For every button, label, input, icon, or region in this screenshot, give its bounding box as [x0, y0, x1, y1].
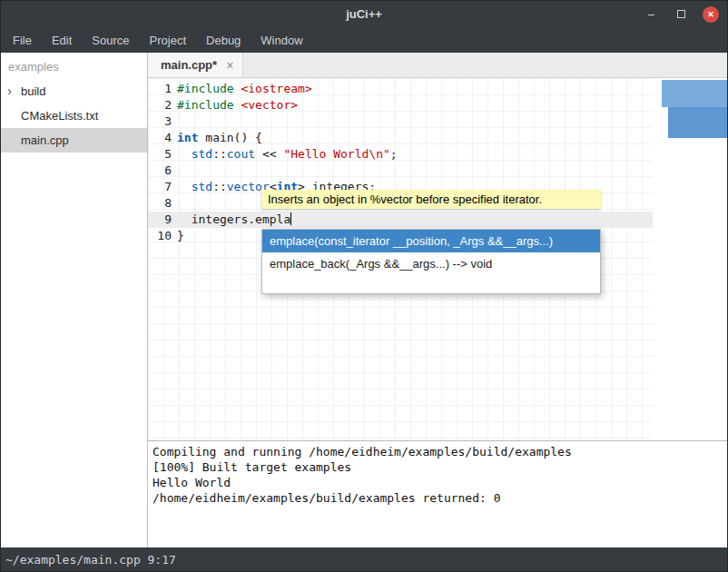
terminal-line: [100%] Built target examples: [152, 459, 723, 475]
tree-item-label: CMakeLists.txt: [21, 109, 98, 123]
scroll-indicator-lower[interactable]: [668, 107, 727, 138]
terminal-line: Hello World: [152, 475, 723, 490]
tree-item-cmakelists-txt[interactable]: CMakeLists.txt: [1, 104, 147, 128]
title-bar: juCi++ − ✕: [1, 1, 727, 27]
menu-item-window[interactable]: Window: [251, 27, 312, 53]
menu-item-source[interactable]: Source: [82, 27, 139, 53]
text-cursor: [290, 212, 291, 225]
editor-column: main.cpp* × 1#include <iostream>2#includ…: [148, 53, 727, 547]
line-number: 9: [148, 212, 172, 228]
terminal-line: Compiling and running /home/eidheim/exam…: [152, 444, 723, 459]
window-controls: − ✕: [643, 1, 719, 27]
line-number: 3: [148, 113, 172, 130]
close-icon: ✕: [707, 10, 714, 19]
code-text: std::cout << "Hello World\n";: [177, 146, 398, 163]
completion-item-2[interactable]: emplace_back(_Args &&__args...) --> void: [262, 252, 600, 275]
tab-bar: main.cpp* ×: [148, 53, 727, 78]
menu-item-project[interactable]: Project: [140, 27, 196, 53]
output-terminal[interactable]: Compiling and running /home/eidheim/exam…: [148, 440, 727, 547]
editor-line-6: 6: [148, 163, 653, 179]
status-file-location: ~/examples/main.cpp 9:17: [5, 553, 176, 567]
close-button[interactable]: ✕: [703, 6, 719, 23]
editor-line-3: 3: [148, 113, 653, 130]
window-title: juCi++: [346, 7, 382, 21]
chevron-right-icon: ›: [7, 83, 12, 98]
menu-item-debug[interactable]: Debug: [196, 27, 251, 53]
minimize-icon: −: [647, 7, 654, 22]
line-number: 6: [148, 163, 172, 179]
tab-label: main.cpp*: [161, 58, 217, 72]
tree-item-main-cpp[interactable]: main.cpp: [1, 128, 147, 153]
completion-popup: emplace(const_iterator __position, _Args…: [261, 229, 601, 294]
main-content: examples ›buildCMakeLists.txtmain.cpp ma…: [1, 53, 727, 547]
menu-item-edit[interactable]: Edit: [42, 27, 82, 53]
editor-line-9: 9 integers.empla: [148, 212, 653, 228]
line-number: 1: [148, 81, 172, 97]
code-text: #include <vector>: [177, 97, 298, 113]
tree-item-label: main.cpp: [21, 133, 69, 147]
tree-item-build[interactable]: ›build: [1, 79, 147, 104]
minimize-button[interactable]: −: [643, 6, 659, 23]
editor-line-4: 4int main() {: [148, 130, 653, 146]
app-window: juCi++ − ✕ FileEditSourceProjectDebugWin…: [0, 0, 728, 572]
doc-tooltip: Inserts an object in %vector before spec…: [261, 190, 601, 209]
code-text: }: [177, 228, 184, 244]
editor-line-1: 1#include <iostream>: [148, 81, 653, 97]
menu-item-file[interactable]: File: [3, 27, 42, 53]
line-number: 7: [148, 179, 172, 195]
line-number: 5: [148, 146, 172, 163]
line-number: 2: [148, 97, 172, 113]
status-bar: ~/examples/main.cpp 9:17: [1, 547, 727, 571]
restore-window-icon: [677, 10, 685, 18]
scroll-indicator-upper[interactable]: [662, 80, 727, 107]
line-number: 8: [148, 195, 172, 212]
restore-button[interactable]: [673, 6, 689, 23]
menu-bar: FileEditSourceProjectDebugWindow: [1, 27, 727, 53]
editor-line-5: 5 std::cout << "Hello World\n";: [148, 146, 653, 163]
tab-close-icon[interactable]: ×: [226, 58, 233, 73]
terminal-line: /home/eidheim/examples/build/examples re…: [152, 490, 723, 506]
code-editor[interactable]: 1#include <iostream>2#include <vector>34…: [148, 78, 727, 440]
line-number: 4: [148, 130, 172, 146]
file-explorer: examples ›buildCMakeLists.txtmain.cpp: [1, 53, 148, 547]
tab-main-cpp[interactable]: main.cpp* ×: [148, 53, 243, 77]
completion-item-1[interactable]: emplace(const_iterator __position, _Args…: [262, 230, 600, 252]
code-text: int main() {: [177, 130, 262, 146]
file-list: ›buildCMakeLists.txtmain.cpp: [1, 79, 147, 153]
tree-item-label: build: [21, 84, 45, 98]
line-number: 10: [148, 228, 172, 244]
project-root-label[interactable]: examples: [1, 54, 147, 79]
code-text: #include <iostream>: [177, 81, 312, 97]
code-text: integers.empla: [177, 212, 291, 228]
editor-line-2: 2#include <vector>: [148, 97, 653, 113]
